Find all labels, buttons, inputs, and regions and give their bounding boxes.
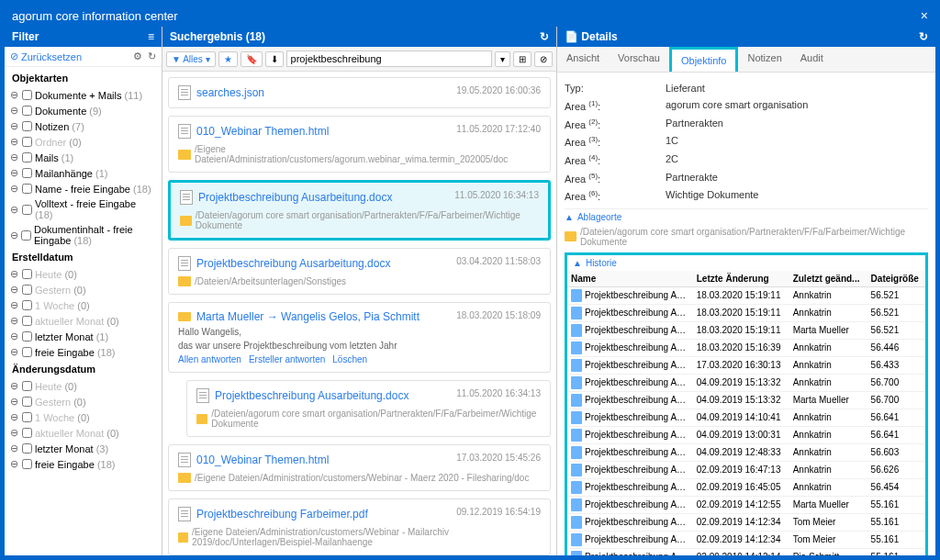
ablageorte-section[interactable]: ▲ Ablageorte	[565, 208, 928, 225]
history-row[interactable]: Projektbeschreibung Aus..18.03.2020 15:1…	[567, 286, 925, 304]
filter-checkbox[interactable]	[22, 285, 32, 295]
filter-toggle-icon[interactable]: ▼ Alles ▾	[166, 51, 216, 67]
filter-item[interactable]: ⊖Heute (0)	[6, 378, 160, 394]
result-path[interactable]: /Eigene Dateien/Administration/customers…	[178, 527, 541, 547]
history-column-header[interactable]: Dateigröße	[867, 271, 925, 287]
tool-icon-3[interactable]: ⊘	[534, 51, 553, 67]
result-title-link[interactable]: searches.json	[196, 86, 264, 99]
result-item[interactable]: Projektbeschreibung Ausarbeitung.docx11.…	[186, 380, 551, 437]
collapse-icon[interactable]: ⊖	[10, 346, 19, 358]
ablageorte-path[interactable]: /Dateien/agorum core smart organisation/…	[565, 225, 928, 249]
history-row[interactable]: Projektbeschreibung Aus..02.09.2019 14:1…	[567, 531, 925, 548]
filter-item[interactable]: ⊖Volltext - freie Eingabe (18)	[6, 196, 160, 222]
filter-item[interactable]: ⊖freie Eingabe (18)	[6, 344, 160, 360]
filter-item[interactable]: ⊖Name - freie Eingabe (18)	[6, 181, 160, 196]
filter-checkbox[interactable]	[22, 184, 32, 194]
result-path[interactable]: /Eigene Dateien/Administration/customers…	[178, 473, 541, 483]
collapse-icon[interactable]: ⊖	[10, 396, 19, 408]
collapse-icon[interactable]: ⊖	[10, 268, 19, 280]
collapse-icon[interactable]: ⊖	[10, 183, 19, 195]
result-title-link[interactable]: Projektbeschreibung Farbeimer.pdf	[196, 508, 368, 521]
history-row[interactable]: Projektbeschreibung Aus..02.09.2019 14:1…	[567, 496, 925, 513]
star-icon[interactable]: ★	[218, 51, 238, 67]
result-item[interactable]: searches.json19.05.2020 16:00:36	[168, 77, 551, 108]
filter-checkbox[interactable]	[22, 428, 32, 438]
history-row[interactable]: Projektbeschreibung Aus..17.03.2020 16:3…	[567, 356, 925, 374]
details-refresh-icon[interactable]: ↻	[919, 30, 928, 43]
results-refresh-icon[interactable]: ↻	[540, 30, 549, 43]
filter-checkbox[interactable]	[22, 137, 32, 147]
tab-objektinfo[interactable]: Objektinfo	[669, 47, 739, 72]
result-title-link[interactable]: Marta Mueller → Wangelis Gelos, Pia Schm…	[196, 310, 420, 323]
mail-action[interactable]: Ersteller antworten	[249, 354, 325, 364]
filter-checkbox[interactable]	[22, 300, 32, 310]
filter-item[interactable]: ⊖1 Woche (0)	[6, 409, 160, 425]
mail-action[interactable]: Allen antworten	[178, 354, 241, 364]
filter-menu-icon[interactable]: ≡	[148, 30, 154, 43]
filter-checkbox[interactable]	[22, 168, 32, 178]
history-row[interactable]: Projektbeschreibung Aus..04.09.2019 15:1…	[567, 391, 925, 409]
collapse-icon[interactable]: ⊖	[10, 411, 19, 423]
history-row[interactable]: Projektbeschreibung Aus..04.09.2019 14:1…	[567, 409, 925, 426]
filter-item[interactable]: ⊖freie Eingabe (18)	[6, 456, 160, 472]
close-icon[interactable]: ×	[921, 8, 928, 23]
filter-checkbox[interactable]	[21, 230, 31, 241]
history-column-header[interactable]: Letzte Änderung	[693, 271, 789, 287]
collapse-icon[interactable]: ⊖	[10, 299, 19, 311]
history-column-header[interactable]: Name	[567, 271, 693, 287]
collapse-icon[interactable]: ⊖	[10, 330, 19, 342]
collapse-icon[interactable]: ⊖	[10, 380, 19, 392]
result-item[interactable]: 010_Webinar Themen.html11.05.2020 17:12:…	[168, 116, 551, 173]
filter-config-icon[interactable]: ⚙	[133, 50, 142, 62]
result-title-link[interactable]: Projektbeschreibung Ausarbeitung.docx	[198, 191, 392, 204]
result-item[interactable]: Projektbeschreibung Farbeimer.pdf09.12.2…	[168, 498, 551, 555]
collapse-icon[interactable]: ⊖	[10, 120, 19, 132]
filter-checkbox[interactable]	[22, 121, 32, 131]
filter-item[interactable]: ⊖Dokumentinhalt - freie Eingabe (18)	[6, 222, 160, 248]
filter-item[interactable]: ⊖letzter Monat (3)	[6, 441, 160, 456]
collapse-icon[interactable]: ⊖	[10, 105, 19, 117]
tab-ansicht[interactable]: Ansicht	[557, 47, 609, 72]
historie-section[interactable]: ▲ Historie	[567, 255, 925, 271]
filter-item[interactable]: ⊖Dokumente (9)	[6, 103, 160, 118]
collapse-icon[interactable]: ⊖	[10, 89, 19, 101]
tab-notizen[interactable]: Notizen	[738, 47, 790, 72]
history-row[interactable]: Projektbeschreibung Aus..04.09.2019 13:0…	[567, 426, 925, 443]
mail-action[interactable]: Löschen	[332, 354, 367, 364]
history-row[interactable]: Projektbeschreibung Aus..02.09.2019 14:1…	[567, 513, 925, 531]
history-row[interactable]: Projektbeschreibung Aus..04.09.2019 12:4…	[567, 443, 925, 461]
filter-checkbox[interactable]	[22, 269, 32, 279]
bookmark-icon[interactable]: 🔖	[241, 51, 263, 67]
result-path[interactable]: /Dateien/agorum core smart organisation/…	[180, 210, 539, 230]
history-row[interactable]: Projektbeschreibung Aus..18.03.2020 15:1…	[567, 321, 925, 339]
result-path[interactable]: /Eigene Dateien/Administration/customers…	[178, 144, 541, 164]
search-input[interactable]	[286, 50, 492, 67]
result-path[interactable]: /Dateien/agorum core smart organisation/…	[196, 409, 541, 429]
filter-item[interactable]: ⊖Gestern (0)	[6, 394, 160, 409]
reset-filter-button[interactable]: ⊘ Zurücksetzen	[10, 50, 82, 62]
collapse-icon[interactable]: ⊖	[10, 136, 19, 148]
filter-checkbox[interactable]	[22, 90, 32, 100]
history-column-header[interactable]: Zuletzt geänd...	[789, 271, 867, 287]
result-title-link[interactable]: Projektbeschreibung Ausarbeitung.docx	[196, 257, 390, 270]
filter-checkbox[interactable]	[22, 412, 32, 422]
history-row[interactable]: Projektbeschreibung Aus..02.09.2019 14:1…	[567, 548, 925, 555]
result-item[interactable]: Projektbeschreibung Ausarbeitung.docx03.…	[168, 248, 551, 295]
collapse-icon[interactable]: ⊖	[10, 458, 19, 470]
tab-audit[interactable]: Audit	[791, 47, 833, 72]
filter-item[interactable]: ⊖Heute (0)	[6, 266, 160, 282]
filter-checkbox[interactable]	[22, 152, 32, 162]
filter-checkbox[interactable]	[22, 347, 32, 357]
collapse-icon[interactable]: ⊖	[10, 442, 19, 454]
collapse-icon[interactable]: ⊖	[10, 284, 19, 296]
filter-item[interactable]: ⊖Notizen (7)	[6, 118, 160, 134]
history-row[interactable]: Projektbeschreibung Aus..18.03.2020 15:1…	[567, 339, 925, 356]
result-path[interactable]: /Dateien/Arbeitsunterlagen/Sonstiges	[178, 276, 541, 286]
download-icon[interactable]: ⬇	[265, 51, 284, 67]
result-title-link[interactable]: 010_Webinar Themen.html	[196, 125, 329, 138]
tool-icon-1[interactable]: ▾	[495, 51, 510, 67]
collapse-icon[interactable]: ⊖	[10, 230, 18, 241]
filter-item[interactable]: ⊖Gestern (0)	[6, 282, 160, 297]
history-row[interactable]: Projektbeschreibung Aus..02.09.2019 16:4…	[567, 478, 925, 496]
filter-item[interactable]: ⊖1 Woche (0)	[6, 297, 160, 313]
